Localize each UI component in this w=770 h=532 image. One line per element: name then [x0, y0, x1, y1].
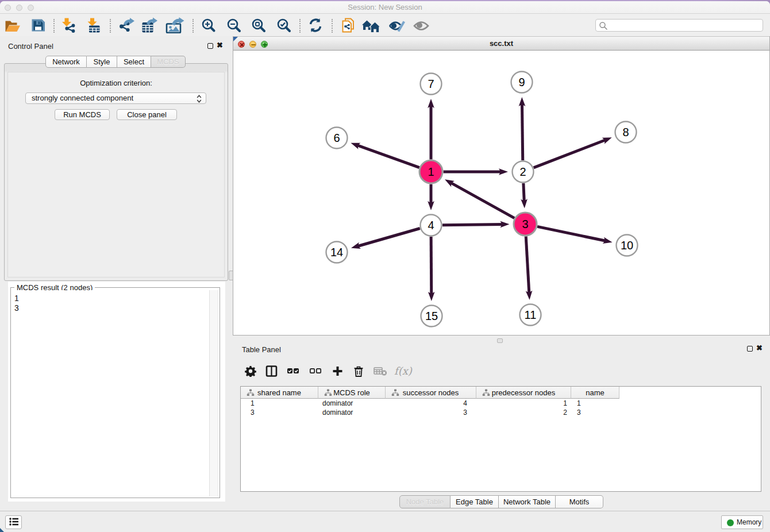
edge-2-8[interactable] [534, 140, 605, 168]
zoom-in-button[interactable] [201, 18, 216, 33]
hide-details-button[interactable] [389, 20, 405, 32]
deselect-all-button[interactable] [309, 367, 322, 377]
graph-node-4[interactable]: 4 [421, 215, 442, 236]
memory-label: Memory [737, 518, 761, 526]
control-panel-close-button[interactable]: ✖ [217, 41, 223, 50]
column-header-label: shared name [241, 388, 318, 397]
horizontal-splitter-knob[interactable] [497, 338, 503, 343]
import-table-button[interactable] [87, 18, 102, 33]
export-image-button[interactable] [165, 17, 185, 33]
graph-node-1[interactable]: 1 [419, 160, 442, 183]
tab-network[interactable]: Network [45, 56, 87, 68]
edge-arrow-1-2 [499, 168, 508, 175]
delete-table-button[interactable] [374, 366, 387, 378]
graph-node-6[interactable]: 6 [326, 128, 348, 149]
svg-text:6: 6 [333, 132, 340, 144]
graph-node-9[interactable]: 9 [511, 72, 533, 93]
network-graph: 1234678910111415 [234, 51, 769, 335]
import-network-button[interactable] [61, 18, 76, 33]
tab-style[interactable]: Style [87, 56, 117, 68]
memory-button[interactable]: Memory [721, 515, 763, 529]
save-button[interactable] [31, 18, 45, 32]
table-tab-network-table[interactable]: Network Table [499, 495, 556, 508]
graph-node-11[interactable]: 11 [520, 304, 541, 326]
mcds-tab-panel: Optimization criterion: strongly connect… [4, 63, 228, 281]
network-snapshot-icon [341, 18, 356, 33]
zoom-selected-button[interactable] [276, 18, 291, 33]
mcds-result-item[interactable]: 3 [12, 303, 218, 313]
columns-button[interactable] [265, 365, 278, 379]
edge-3-11[interactable] [526, 236, 529, 292]
result-list-scrollbar[interactable] [209, 290, 218, 496]
zoom-selected-icon [276, 18, 291, 33]
export-network-button[interactable] [118, 17, 134, 33]
column-header-successor-nodes[interactable]: successor nodes [386, 387, 476, 399]
edge-3-10[interactable] [537, 226, 605, 241]
graph-node-10[interactable]: 10 [617, 235, 638, 256]
graph-node-3[interactable]: 3 [514, 213, 537, 236]
svg-text:14: 14 [330, 246, 343, 259]
table-cell: dominator [322, 408, 386, 417]
deselect-all-icon [309, 367, 322, 376]
table-panel-float-button[interactable] [747, 346, 753, 352]
close-panel-button[interactable]: Close panel [117, 109, 177, 120]
graph-node-14[interactable]: 14 [326, 242, 348, 263]
open-folder-button[interactable] [5, 19, 21, 33]
optimization-criterion-label: Optimization criterion: [8, 79, 224, 87]
function-button[interactable]: f(x) [394, 365, 412, 377]
refresh-button[interactable] [308, 18, 323, 33]
mcds-result-list[interactable]: 13 [12, 290, 218, 496]
edge-4-15[interactable] [431, 237, 432, 294]
save-icon [31, 18, 45, 32]
tab-select[interactable]: Select [117, 56, 151, 68]
settings-button[interactable] [245, 365, 256, 379]
status-bar: Memory [0, 511, 770, 532]
table-panel-close-button[interactable]: ✖ [756, 344, 763, 353]
table-tab-node-table[interactable]: Node Table [399, 495, 451, 508]
edge-4-3[interactable] [442, 224, 502, 225]
table-row[interactable]: 1dominator411 [241, 399, 761, 408]
search-input[interactable] [610, 20, 759, 30]
table-row[interactable]: 3dominator323 [241, 408, 761, 417]
edge-4-14[interactable] [358, 229, 419, 246]
edge-2-9[interactable] [522, 105, 523, 160]
column-header-shared-name[interactable]: shared name [241, 387, 318, 399]
optimization-criterion-select[interactable]: strongly connected component [25, 92, 206, 104]
graph-node-2[interactable]: 2 [513, 161, 534, 183]
table-tab-motifs[interactable]: Motifs [556, 495, 603, 508]
network-canvas[interactable]: 1234678910111415 [234, 51, 769, 335]
zoom-out-button[interactable] [226, 18, 241, 33]
column-header-MCDS-role[interactable]: MCDS role [318, 387, 386, 399]
control-panel-float-button[interactable] [207, 43, 213, 49]
table-cell: 3 [386, 408, 467, 417]
export-table-button[interactable] [141, 17, 157, 33]
column-header-label: predecessor nodes [476, 388, 571, 397]
network-snapshot-button[interactable] [341, 18, 356, 33]
home-button[interactable] [362, 19, 380, 33]
graph-node-7[interactable]: 7 [421, 74, 442, 95]
delete-row-button[interactable] [353, 365, 364, 379]
edge-arrow-1-7 [428, 99, 434, 108]
column-header-predecessor-nodes[interactable]: predecessor nodes [476, 387, 571, 399]
optimization-criterion-value: strongly connected component [32, 94, 133, 102]
add-row-button[interactable] [332, 365, 344, 379]
show-details-button[interactable] [413, 20, 429, 32]
table-tab-edge-table[interactable]: Edge Table [451, 495, 499, 508]
column-header-name[interactable]: name [571, 387, 619, 399]
network-frame-title: scc.txt [233, 39, 769, 48]
tab-mcds[interactable]: MCDS [151, 56, 186, 68]
graph-node-8[interactable]: 8 [615, 122, 637, 143]
select-all-button[interactable] [287, 367, 299, 377]
mcds-result-item[interactable]: 1 [12, 294, 218, 303]
network-frame-titlebar: scc.txt [233, 36, 769, 51]
zoom-fit-button[interactable] [251, 18, 266, 33]
edge-1-6[interactable] [358, 145, 419, 168]
edge-3-1[interactable] [451, 183, 514, 218]
run-mcds-button[interactable]: Run MCDS [55, 109, 110, 120]
graph-node-15[interactable]: 15 [421, 306, 442, 327]
task-history-button[interactable] [5, 515, 22, 529]
control-panel: Control Panel ✖ NetworkStyleSelectMCDS O… [0, 36, 231, 511]
edge-2-3[interactable] [523, 183, 524, 201]
edge-arrow-4-3 [500, 221, 509, 228]
columns-icon [265, 365, 278, 377]
